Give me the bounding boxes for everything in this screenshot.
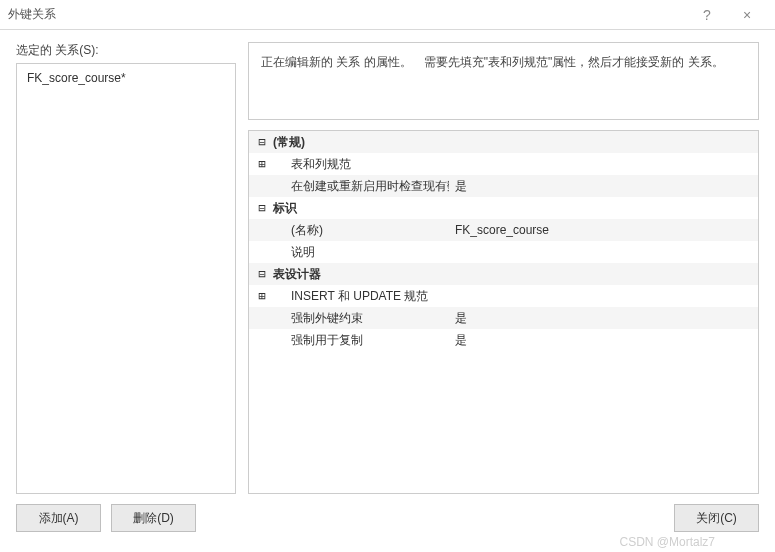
delete-button[interactable]: 删除(D): [111, 504, 196, 532]
prop-check-existing[interactable]: 在创建或重新启用时检查现有数 是: [249, 175, 758, 197]
relations-label: 选定的 关系(S):: [16, 42, 236, 59]
prop-label: 表和列规范: [269, 156, 449, 173]
prop-insert-update-spec[interactable]: ⊞ INSERT 和 UPDATE 规范: [249, 285, 758, 307]
relations-listbox[interactable]: FK_score_course*: [16, 63, 236, 494]
upper-panel: 选定的 关系(S): FK_score_course* 正在编辑新的 关系 的属…: [16, 42, 759, 494]
category-label: (常规): [269, 134, 305, 151]
prop-name[interactable]: (名称) FK_score_course: [249, 219, 758, 241]
prop-value[interactable]: 是: [449, 332, 758, 349]
window-title: 外键关系: [8, 6, 687, 23]
collapse-icon[interactable]: ⊟: [255, 135, 269, 149]
titlebar: 外键关系 ? ×: [0, 0, 775, 30]
prop-label: (名称): [269, 222, 449, 239]
expand-icon[interactable]: ⊞: [255, 157, 269, 171]
add-button[interactable]: 添加(A): [16, 504, 101, 532]
prop-value[interactable]: 是: [449, 178, 758, 195]
watermark: CSDN @Mortalz7: [619, 535, 715, 549]
list-item[interactable]: FK_score_course*: [21, 68, 231, 88]
description-box: 正在编辑新的 关系 的属性。 需要先填充"表和列规范"属性，然后才能接受新的 关…: [248, 42, 759, 120]
collapse-icon[interactable]: ⊟: [255, 267, 269, 281]
expand-icon[interactable]: ⊞: [255, 289, 269, 303]
dialog-content: 选定的 关系(S): FK_score_course* 正在编辑新的 关系 的属…: [0, 30, 775, 540]
prop-label: 强制用于复制: [269, 332, 449, 349]
property-grid[interactable]: ⊟ (常规) ⊞ 表和列规范 在创建或重新启用时检查现有数 是 ⊟ 标识: [248, 130, 759, 494]
collapse-icon[interactable]: ⊟: [255, 201, 269, 215]
left-column: 选定的 关系(S): FK_score_course*: [16, 42, 236, 494]
category-identity[interactable]: ⊟ 标识: [249, 197, 758, 219]
category-label: 标识: [269, 200, 297, 217]
help-icon[interactable]: ?: [687, 7, 727, 23]
right-column: 正在编辑新的 关系 的属性。 需要先填充"表和列规范"属性，然后才能接受新的 关…: [248, 42, 759, 494]
prop-value[interactable]: FK_score_course: [449, 223, 758, 237]
footer: 添加(A) 删除(D) 关闭(C): [16, 494, 759, 532]
prop-label: 说明: [269, 244, 449, 261]
prop-description[interactable]: 说明: [249, 241, 758, 263]
prop-enforce-replication[interactable]: 强制用于复制 是: [249, 329, 758, 351]
category-label: 表设计器: [269, 266, 321, 283]
prop-label: INSERT 和 UPDATE 规范: [269, 288, 449, 305]
prop-value[interactable]: 是: [449, 310, 758, 327]
category-general[interactable]: ⊟ (常规): [249, 131, 758, 153]
prop-label: 强制外键约束: [269, 310, 449, 327]
prop-enforce-fk[interactable]: 强制外键约束 是: [249, 307, 758, 329]
prop-label: 在创建或重新启用时检查现有数: [269, 178, 449, 195]
close-button[interactable]: 关闭(C): [674, 504, 759, 532]
prop-table-column-spec[interactable]: ⊞ 表和列规范: [249, 153, 758, 175]
close-icon[interactable]: ×: [727, 7, 767, 23]
category-designer[interactable]: ⊟ 表设计器: [249, 263, 758, 285]
